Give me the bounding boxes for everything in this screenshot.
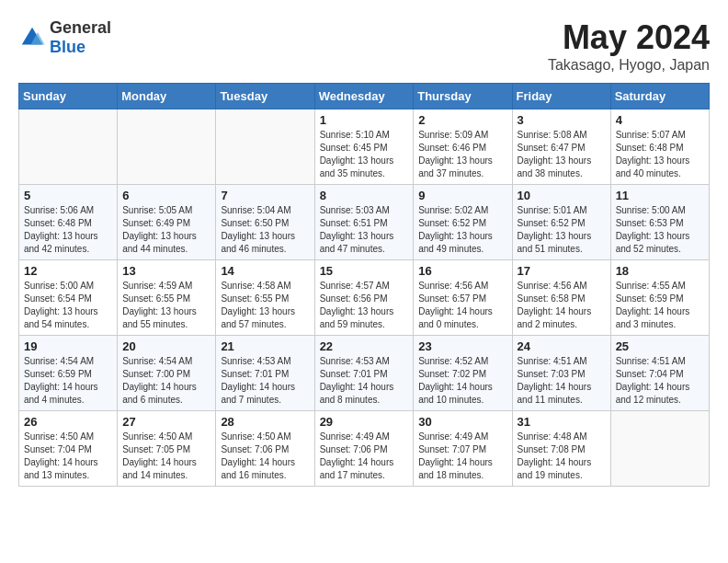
day-info: Sunrise: 5:08 AM Sunset: 6:47 PM Dayligh…: [518, 129, 606, 180]
day-number: 22: [320, 339, 409, 353]
day-number: 15: [320, 264, 409, 278]
day-number: 23: [418, 339, 506, 353]
day-info: Sunrise: 4:50 AM Sunset: 7:05 PM Dayligh…: [122, 431, 210, 482]
day-number: 8: [320, 189, 409, 202]
day-number: 21: [221, 339, 309, 353]
calendar-cell: 1Sunrise: 5:10 AM Sunset: 6:45 PM Daylig…: [314, 109, 414, 185]
weekday-header-saturday: Saturday: [610, 84, 709, 109]
calendar-cell: 13Sunrise: 4:59 AM Sunset: 6:55 PM Dayli…: [118, 260, 216, 336]
day-info: Sunrise: 4:50 AM Sunset: 7:06 PM Dayligh…: [221, 431, 309, 482]
day-number: 9: [418, 189, 506, 202]
calendar-week-5: 26Sunrise: 4:50 AM Sunset: 7:04 PM Dayli…: [19, 411, 710, 487]
day-info: Sunrise: 5:01 AM Sunset: 6:52 PM Dayligh…: [518, 204, 606, 256]
day-info: Sunrise: 4:59 AM Sunset: 6:55 PM Dayligh…: [122, 280, 210, 331]
calendar-cell: 11Sunrise: 5:00 AM Sunset: 6:53 PM Dayli…: [610, 185, 709, 260]
day-number: 25: [616, 339, 704, 353]
calendar-cell: 19Sunrise: 4:54 AM Sunset: 6:59 PM Dayli…: [19, 336, 118, 411]
day-info: Sunrise: 5:03 AM Sunset: 6:51 PM Dayligh…: [320, 204, 409, 256]
calendar-cell: 20Sunrise: 4:54 AM Sunset: 7:00 PM Dayli…: [118, 336, 216, 411]
calendar-cell: 17Sunrise: 4:56 AM Sunset: 6:58 PM Dayli…: [512, 260, 610, 336]
calendar-cell: 23Sunrise: 4:52 AM Sunset: 7:02 PM Dayli…: [414, 336, 512, 411]
day-info: Sunrise: 4:48 AM Sunset: 7:08 PM Dayligh…: [518, 431, 606, 482]
day-info: Sunrise: 4:51 AM Sunset: 7:03 PM Dayligh…: [518, 355, 606, 407]
day-info: Sunrise: 4:57 AM Sunset: 6:56 PM Dayligh…: [320, 280, 409, 331]
day-info: Sunrise: 4:49 AM Sunset: 7:07 PM Dayligh…: [418, 431, 506, 482]
day-number: 3: [518, 113, 606, 127]
day-info: Sunrise: 5:10 AM Sunset: 6:45 PM Dayligh…: [320, 129, 409, 180]
calendar-week-2: 5Sunrise: 5:06 AM Sunset: 6:48 PM Daylig…: [19, 185, 710, 260]
calendar-cell: 29Sunrise: 4:49 AM Sunset: 7:06 PM Dayli…: [314, 411, 414, 487]
day-number: 17: [518, 264, 606, 278]
day-number: 27: [122, 415, 210, 429]
calendar-week-1: 1Sunrise: 5:10 AM Sunset: 6:45 PM Daylig…: [19, 109, 710, 185]
day-number: 4: [616, 113, 704, 127]
logo-blue-text: Blue: [50, 38, 111, 57]
logo-text: General Blue: [50, 18, 111, 57]
calendar-cell: 24Sunrise: 4:51 AM Sunset: 7:03 PM Dayli…: [512, 336, 610, 411]
day-info: Sunrise: 4:53 AM Sunset: 7:01 PM Dayligh…: [320, 355, 409, 407]
calendar-cell: 27Sunrise: 4:50 AM Sunset: 7:05 PM Dayli…: [118, 411, 216, 487]
title-area: May 2024 Takasago, Hyogo, Japan: [548, 18, 710, 74]
day-info: Sunrise: 4:50 AM Sunset: 7:04 PM Dayligh…: [24, 431, 112, 482]
day-number: 19: [24, 339, 112, 353]
calendar-cell: 6Sunrise: 5:05 AM Sunset: 6:49 PM Daylig…: [118, 185, 216, 260]
calendar-cell: 21Sunrise: 4:53 AM Sunset: 7:01 PM Dayli…: [216, 336, 314, 411]
calendar-cell: 4Sunrise: 5:07 AM Sunset: 6:48 PM Daylig…: [610, 109, 709, 185]
day-number: 31: [518, 415, 606, 429]
logo-general-text: General: [50, 18, 111, 38]
day-info: Sunrise: 5:09 AM Sunset: 6:46 PM Dayligh…: [418, 129, 506, 180]
weekday-header-row: SundayMondayTuesdayWednesdayThursdayFrid…: [19, 84, 710, 109]
location: Takasago, Hyogo, Japan: [548, 57, 710, 74]
day-number: 11: [616, 189, 704, 202]
day-number: 6: [122, 189, 210, 202]
day-number: 10: [518, 189, 606, 202]
calendar-week-4: 19Sunrise: 4:54 AM Sunset: 6:59 PM Dayli…: [19, 336, 710, 411]
calendar-cell: 16Sunrise: 4:56 AM Sunset: 6:57 PM Dayli…: [414, 260, 512, 336]
calendar-cell: 26Sunrise: 4:50 AM Sunset: 7:04 PM Dayli…: [19, 411, 118, 487]
day-info: Sunrise: 5:02 AM Sunset: 6:52 PM Dayligh…: [418, 204, 506, 256]
calendar-cell: 12Sunrise: 5:00 AM Sunset: 6:54 PM Dayli…: [19, 260, 118, 336]
day-number: 29: [320, 415, 409, 429]
day-number: 5: [24, 189, 112, 202]
day-number: 16: [418, 264, 506, 278]
day-info: Sunrise: 5:00 AM Sunset: 6:54 PM Dayligh…: [24, 280, 112, 331]
logo-icon: [18, 24, 46, 52]
day-info: Sunrise: 5:04 AM Sunset: 6:50 PM Dayligh…: [221, 204, 309, 256]
day-info: Sunrise: 5:00 AM Sunset: 6:53 PM Dayligh…: [616, 204, 704, 256]
day-number: 13: [122, 264, 210, 278]
day-info: Sunrise: 4:55 AM Sunset: 6:59 PM Dayligh…: [616, 280, 704, 331]
day-number: 28: [221, 415, 309, 429]
day-info: Sunrise: 4:53 AM Sunset: 7:01 PM Dayligh…: [221, 355, 309, 407]
calendar-cell: 30Sunrise: 4:49 AM Sunset: 7:07 PM Dayli…: [414, 411, 512, 487]
calendar-cell: 5Sunrise: 5:06 AM Sunset: 6:48 PM Daylig…: [19, 185, 118, 260]
logo: General Blue: [18, 18, 111, 57]
weekday-header-tuesday: Tuesday: [216, 84, 314, 109]
month-title: May 2024: [548, 18, 710, 57]
calendar-cell: 3Sunrise: 5:08 AM Sunset: 6:47 PM Daylig…: [512, 109, 610, 185]
day-number: 1: [320, 113, 409, 127]
weekday-header-friday: Friday: [512, 84, 610, 109]
calendar-cell: 9Sunrise: 5:02 AM Sunset: 6:52 PM Daylig…: [414, 185, 512, 260]
day-info: Sunrise: 4:54 AM Sunset: 6:59 PM Dayligh…: [24, 355, 112, 407]
day-number: 14: [221, 264, 309, 278]
day-info: Sunrise: 4:58 AM Sunset: 6:55 PM Dayligh…: [221, 280, 309, 331]
day-number: 26: [24, 415, 112, 429]
calendar-cell: 18Sunrise: 4:55 AM Sunset: 6:59 PM Dayli…: [610, 260, 709, 336]
calendar-cell: 8Sunrise: 5:03 AM Sunset: 6:51 PM Daylig…: [314, 185, 414, 260]
day-info: Sunrise: 4:49 AM Sunset: 7:06 PM Dayligh…: [320, 431, 409, 482]
calendar-cell: 15Sunrise: 4:57 AM Sunset: 6:56 PM Dayli…: [314, 260, 414, 336]
calendar-cell: 10Sunrise: 5:01 AM Sunset: 6:52 PM Dayli…: [512, 185, 610, 260]
day-info: Sunrise: 4:51 AM Sunset: 7:04 PM Dayligh…: [616, 355, 704, 407]
day-number: 12: [24, 264, 112, 278]
calendar-cell: 2Sunrise: 5:09 AM Sunset: 6:46 PM Daylig…: [414, 109, 512, 185]
day-number: 7: [221, 189, 309, 202]
calendar-cell: [610, 411, 709, 487]
calendar-cell: [118, 109, 216, 185]
day-info: Sunrise: 4:54 AM Sunset: 7:00 PM Dayligh…: [122, 355, 210, 407]
calendar-cell: [19, 109, 118, 185]
day-info: Sunrise: 4:52 AM Sunset: 7:02 PM Dayligh…: [418, 355, 506, 407]
calendar-cell: 22Sunrise: 4:53 AM Sunset: 7:01 PM Dayli…: [314, 336, 414, 411]
calendar-cell: 14Sunrise: 4:58 AM Sunset: 6:55 PM Dayli…: [216, 260, 314, 336]
calendar: SundayMondayTuesdayWednesdayThursdayFrid…: [18, 83, 710, 487]
day-number: 24: [518, 339, 606, 353]
